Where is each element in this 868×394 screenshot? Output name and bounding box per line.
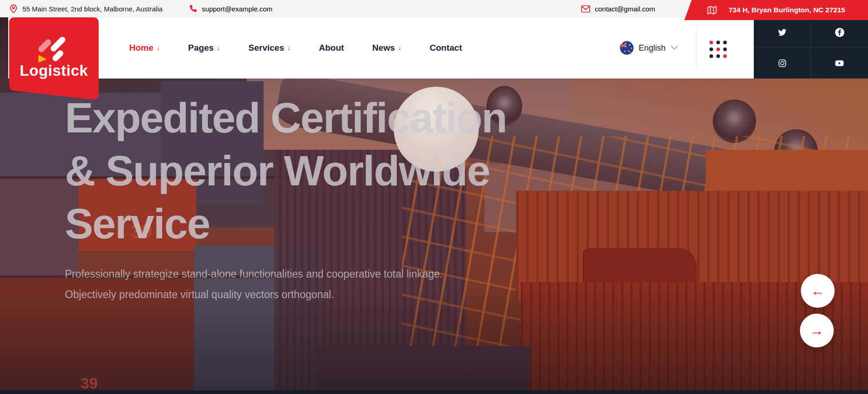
chevron-down-icon: ↓ <box>157 44 160 52</box>
nav-item-pages[interactable]: Pages ↓ <box>188 43 220 53</box>
instagram-icon[interactable] <box>754 48 811 79</box>
youtube-icon[interactable] <box>811 48 868 79</box>
topbar-address: 55 Main Street, 2nd block, Malborne, Aus… <box>22 5 163 13</box>
nav-item-contact[interactable]: Contact <box>429 43 462 53</box>
main-header: Home ↓ Pages ↓ Services ↓ About News ↓ C… <box>8 17 754 79</box>
nav-item-about[interactable]: About <box>319 43 344 53</box>
chevron-down-icon <box>671 46 678 50</box>
hero-heading-line2: & Superior Worldwide <box>65 144 507 197</box>
nav-label: Services <box>249 43 284 53</box>
language-label: English <box>639 43 666 53</box>
main-nav: Home ↓ Pages ↓ Services ↓ About News ↓ C… <box>129 17 462 79</box>
nav-label: News <box>372 43 395 53</box>
hero-paragraph: Professionally strategize stand-alone fu… <box>65 264 469 305</box>
hero-heading: Expedited Certification & Superior World… <box>65 91 507 250</box>
facebook-icon[interactable] <box>811 17 868 48</box>
arrow-right-icon: → <box>810 324 824 337</box>
logo-mark-icon <box>35 29 73 66</box>
nav-label: Home <box>129 43 153 53</box>
topbar-support-email[interactable]: support@example.com <box>202 5 272 13</box>
location-pin-icon <box>9 4 18 14</box>
header-divider <box>697 26 697 69</box>
nav-label: Pages <box>188 43 214 53</box>
topbar-highlight: 734 H, Bryan Burlington, NC 27215 <box>684 0 868 20</box>
social-links-block <box>754 17 868 79</box>
grid-menu-icon[interactable] <box>709 41 727 58</box>
hero-bottom-strip <box>0 390 868 394</box>
nav-item-news[interactable]: News ↓ <box>372 43 402 53</box>
chevron-down-icon: ↓ <box>287 44 291 52</box>
envelope-icon <box>581 5 590 13</box>
nav-label: About <box>319 43 344 53</box>
nav-item-home[interactable]: Home ↓ <box>129 43 160 53</box>
hero-heading-line3: Service <box>65 197 507 250</box>
arrow-left-icon: ← <box>811 284 825 298</box>
chevron-down-icon: ↓ <box>398 44 401 52</box>
twitter-icon[interactable] <box>754 17 811 48</box>
chevron-down-icon: ↓ <box>217 44 220 52</box>
page: 39 39 Expedited Certification & Superior… <box>0 0 868 394</box>
australia-flag-icon <box>620 41 634 55</box>
hero-heading-line1: Expedited Certification <box>65 91 507 144</box>
language-selector[interactable]: English <box>620 17 678 79</box>
nav-item-services[interactable]: Services ↓ <box>249 43 291 53</box>
phone-icon <box>188 4 197 13</box>
slider-next-button[interactable]: → <box>800 314 834 347</box>
photo-container-number: 39 <box>80 374 98 392</box>
slider-prev-button[interactable]: ← <box>801 274 835 308</box>
logo-text: Logistick <box>9 62 99 79</box>
topbar-right-address: 734 H, Bryan Burlington, NC 27215 <box>729 6 845 14</box>
topbar-contact-email[interactable]: contact@gmail.com <box>595 5 655 13</box>
map-icon <box>707 5 717 15</box>
logo[interactable]: Logistick <box>9 17 99 105</box>
nav-label: Contact <box>429 43 462 53</box>
